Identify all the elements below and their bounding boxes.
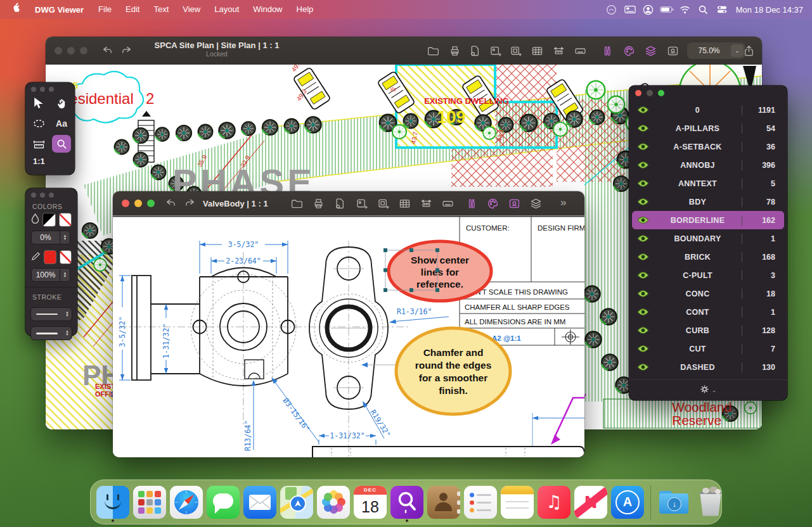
colors-panel-icon[interactable] bbox=[619, 41, 638, 60]
eye-icon[interactable] bbox=[632, 363, 654, 371]
dock-app-store[interactable]: A bbox=[611, 486, 644, 519]
gear-icon[interactable] bbox=[700, 384, 709, 397]
keyboard-icon[interactable] bbox=[570, 41, 590, 60]
keyboard-icon[interactable] bbox=[438, 194, 457, 213]
eye-icon[interactable] bbox=[632, 345, 654, 353]
share-icon[interactable] bbox=[739, 41, 758, 60]
dimension-icon[interactable] bbox=[416, 194, 435, 213]
apple-menu[interactable] bbox=[0, 0, 27, 19]
menu-bar-clock[interactable]: Mon 18 Dec 14:37 bbox=[733, 5, 803, 15]
dock-contacts[interactable] bbox=[427, 486, 460, 519]
keyboard-brightness-icon[interactable] bbox=[623, 3, 637, 16]
tools-palette[interactable]: Aa 1:1 bbox=[25, 82, 75, 175]
layer-row[interactable]: BDY 78 bbox=[632, 193, 784, 211]
undo-icon[interactable] bbox=[98, 41, 117, 60]
tools-panel-icon[interactable] bbox=[597, 41, 616, 60]
pan-tool[interactable] bbox=[52, 94, 71, 112]
redo-icon[interactable] bbox=[180, 194, 199, 213]
eye-icon[interactable] bbox=[632, 198, 654, 206]
layers-panel-icon[interactable] bbox=[505, 194, 524, 213]
dock-safari[interactable] bbox=[170, 486, 203, 519]
table-icon[interactable] bbox=[395, 194, 414, 213]
open-folder-icon[interactable] bbox=[287, 194, 306, 213]
print-icon[interactable] bbox=[309, 194, 328, 213]
stroke-none-swatch[interactable] bbox=[60, 250, 72, 264]
eye-icon[interactable] bbox=[632, 234, 654, 243]
eye-icon[interactable] bbox=[632, 253, 654, 261]
zoom-button[interactable] bbox=[147, 200, 155, 207]
palette-window-buttons[interactable] bbox=[25, 188, 77, 199]
dock-dwg-viewer[interactable] bbox=[390, 486, 423, 519]
close-button[interactable] bbox=[55, 47, 62, 54]
dock-messages[interactable] bbox=[207, 486, 240, 519]
battery-icon[interactable] bbox=[660, 3, 674, 16]
layer-row[interactable]: BRICK 168 bbox=[632, 248, 784, 266]
layer-row[interactable]: C-PULT 3 bbox=[632, 266, 784, 284]
spotlight-search-icon[interactable] bbox=[697, 3, 711, 16]
control-center-icon[interactable] bbox=[715, 3, 729, 16]
menu-help[interactable]: Help bbox=[290, 0, 321, 19]
zoom-tool[interactable] bbox=[52, 135, 71, 153]
eye-icon[interactable] bbox=[632, 179, 654, 187]
menu-file[interactable]: File bbox=[91, 0, 119, 19]
select-tool[interactable] bbox=[29, 94, 48, 112]
dock-notes[interactable] bbox=[501, 486, 534, 519]
zoom-button[interactable] bbox=[80, 47, 87, 54]
eye-icon[interactable] bbox=[632, 124, 654, 132]
document-settings-icon[interactable] bbox=[330, 194, 349, 213]
close-button[interactable] bbox=[635, 90, 641, 96]
chevron-down-icon[interactable]: ⌄ bbox=[712, 387, 717, 393]
undo-icon[interactable] bbox=[161, 194, 180, 213]
eye-icon[interactable] bbox=[632, 106, 654, 114]
tools-panel-icon[interactable] bbox=[461, 194, 480, 213]
eye-icon[interactable] bbox=[632, 143, 654, 151]
image-add-icon[interactable] bbox=[486, 41, 505, 60]
frame-add-icon[interactable] bbox=[373, 194, 392, 213]
dock-launchpad[interactable] bbox=[133, 486, 166, 519]
dock-finder[interactable] bbox=[96, 486, 129, 519]
menu-window[interactable]: Window bbox=[246, 0, 289, 19]
user-account-icon[interactable] bbox=[641, 3, 655, 16]
table-icon[interactable] bbox=[527, 41, 546, 60]
stroke-color-swatch[interactable] bbox=[44, 250, 56, 264]
layer-row[interactable]: A-PILLARS 54 bbox=[632, 119, 784, 137]
menu-view[interactable]: View bbox=[176, 0, 207, 19]
fill-color-swatch[interactable] bbox=[42, 213, 56, 227]
palette-window-buttons[interactable] bbox=[25, 82, 75, 93]
dock-music[interactable]: ♫ bbox=[538, 486, 570, 519]
fill-none-swatch[interactable] bbox=[59, 213, 72, 227]
dock-reminders[interactable] bbox=[464, 486, 497, 519]
eye-icon[interactable] bbox=[632, 326, 654, 334]
frame-add-icon[interactable] bbox=[506, 41, 525, 60]
layer-row[interactable]: ANNTEXT 5 bbox=[632, 174, 784, 193]
minimize-button[interactable] bbox=[67, 47, 75, 54]
print-icon[interactable] bbox=[445, 41, 464, 60]
eye-icon[interactable] bbox=[632, 216, 654, 224]
open-folder-icon[interactable] bbox=[423, 41, 442, 60]
layer-row[interactable]: CONC 18 bbox=[632, 284, 784, 303]
menu-edit[interactable]: Edit bbox=[119, 0, 146, 19]
toolbar-overflow-chevron[interactable]: » bbox=[560, 196, 566, 209]
layer-row[interactable]: CONT 1 bbox=[632, 303, 784, 321]
dock-news[interactable]: N bbox=[574, 486, 607, 519]
app-menu-name[interactable]: DWG Viewer bbox=[27, 5, 91, 15]
layers-panel[interactable]: 0 1191 A-PILLARS 54 A-SETBACK 36 ANNOBJ … bbox=[629, 86, 787, 400]
text-tool[interactable]: Aa bbox=[52, 115, 71, 132]
zoom-button[interactable] bbox=[658, 90, 664, 96]
stroke-width-dropdown[interactable]: ▲▼ bbox=[30, 326, 72, 340]
eye-icon[interactable] bbox=[632, 271, 654, 279]
layer-row[interactable]: BORDERLINE 162 bbox=[632, 211, 784, 229]
eye-icon[interactable] bbox=[632, 161, 654, 169]
layer-row[interactable]: DASHED 130 bbox=[632, 358, 784, 376]
close-button[interactable] bbox=[122, 200, 129, 207]
dimension-icon[interactable] bbox=[549, 41, 568, 60]
creative-cloud-icon[interactable] bbox=[605, 3, 619, 16]
stroke-opacity-field[interactable]: 100% bbox=[31, 268, 60, 282]
stroke-style-dropdown[interactable]: ▲▼ bbox=[30, 307, 72, 321]
fill-opacity-field[interactable]: 0% bbox=[31, 231, 60, 244]
measure-tool[interactable] bbox=[29, 135, 48, 153]
layer-row[interactable]: A-SETBACK 36 bbox=[632, 137, 784, 156]
layers-panel-icon[interactable] bbox=[641, 41, 660, 60]
wifi-icon[interactable] bbox=[678, 3, 692, 16]
document-settings-icon[interactable] bbox=[465, 41, 484, 60]
